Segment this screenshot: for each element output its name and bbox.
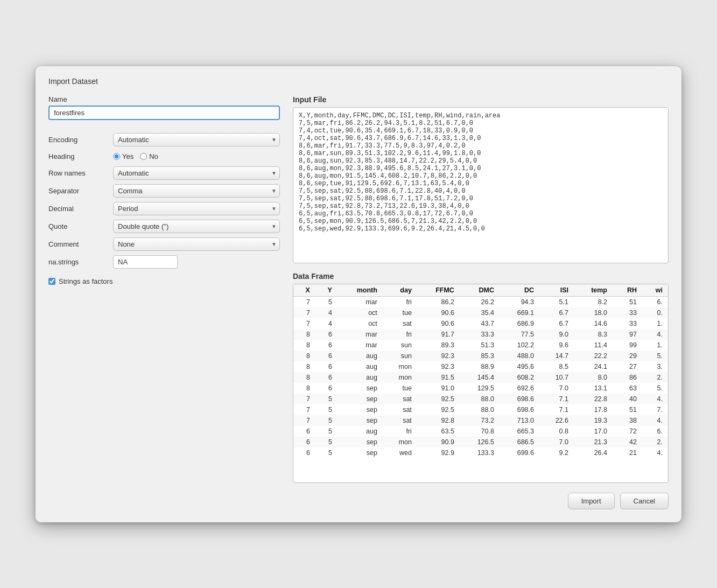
table-cell: 90.6 bbox=[417, 318, 460, 329]
name-label: Name bbox=[48, 95, 280, 103]
heading-no-label[interactable]: No bbox=[140, 152, 158, 160]
dialog-body: Name Encoding Automatic UTF-8 Latin-1 ▼ bbox=[48, 95, 669, 483]
table-cell: 6 bbox=[315, 351, 338, 361]
table-cell: 27 bbox=[613, 361, 642, 372]
rownames-control: Automatic Use first column None ▼ bbox=[113, 164, 280, 182]
table-cell: 4 bbox=[315, 318, 338, 329]
table-cell: 4. bbox=[642, 329, 668, 340]
decimal-select[interactable]: Period Comma bbox=[113, 202, 280, 215]
table-cell: 91.5 bbox=[417, 372, 460, 383]
strings-as-factors-row[interactable]: Strings as factors bbox=[48, 277, 280, 285]
encoding-label: Encoding bbox=[48, 132, 113, 148]
table-cell: 33.3 bbox=[460, 329, 500, 340]
table-cell: 92.3 bbox=[417, 351, 460, 361]
table-row: 74octtue90.635.4669.16.718.0330. bbox=[293, 307, 668, 318]
table-cell: 6.7 bbox=[539, 318, 574, 329]
table-cell: 63.5 bbox=[417, 426, 460, 437]
table-cell: 17.8 bbox=[574, 404, 613, 415]
table-cell: 8 bbox=[293, 329, 315, 340]
table-row: 86augsun92.385.3488.014.722.2295. bbox=[293, 351, 668, 361]
table-cell: oct bbox=[338, 307, 383, 318]
table-row: 86marfri91.733.377.59.08.3974. bbox=[293, 329, 668, 340]
table-cell: 7 bbox=[293, 415, 315, 426]
table-cell: 51.3 bbox=[460, 340, 500, 351]
heading-radio-group: Yes No bbox=[113, 152, 280, 160]
rownames-select-wrapper: Automatic Use first column None ▼ bbox=[113, 166, 280, 180]
col-header-temp: temp bbox=[574, 284, 613, 297]
data-table-container[interactable]: X Y month day FFMC DMC DC ISI temp RH wi bbox=[293, 284, 669, 483]
heading-control: Yes No bbox=[113, 150, 280, 163]
table-cell: 6. bbox=[642, 426, 668, 437]
table-cell: 8.0 bbox=[574, 372, 613, 383]
table-cell: 686.9 bbox=[500, 318, 539, 329]
table-cell: 8.3 bbox=[574, 329, 613, 340]
rownames-select[interactable]: Automatic Use first column None bbox=[113, 166, 280, 180]
table-cell: 4. bbox=[642, 447, 668, 458]
input-file-box[interactable]: X,Y,month,day,FFMC,DMC,DC,ISI,temp,RH,wi… bbox=[293, 107, 669, 263]
strings-as-factors-checkbox[interactable] bbox=[48, 278, 55, 285]
table-cell: 9.0 bbox=[539, 329, 574, 340]
table-row: 86augmon92.388.9495.68.524.1273. bbox=[293, 361, 668, 372]
col-header-FFMC: FFMC bbox=[417, 284, 460, 297]
nastrings-input[interactable] bbox=[113, 255, 178, 269]
separator-label: Separator bbox=[48, 183, 113, 199]
table-cell: fri bbox=[383, 426, 417, 437]
table-cell: 29 bbox=[613, 351, 642, 361]
table-row: 75sepsat92.588.0698.67.122.8404. bbox=[293, 394, 668, 404]
quote-select[interactable]: Double quote (") Single quote (') None bbox=[113, 220, 280, 233]
table-cell: 6 bbox=[315, 340, 338, 351]
table-cell: 2. bbox=[642, 372, 668, 383]
table-cell: 10.7 bbox=[539, 372, 574, 383]
table-cell: 126.5 bbox=[460, 437, 500, 447]
data-table: X Y month day FFMC DMC DC ISI temp RH wi bbox=[293, 284, 668, 458]
table-cell: 33 bbox=[613, 307, 642, 318]
table-cell: 88.0 bbox=[460, 394, 500, 404]
table-cell: 686.5 bbox=[500, 437, 539, 447]
table-cell: 97 bbox=[613, 329, 642, 340]
table-cell: sat bbox=[383, 318, 417, 329]
table-cell: 89.3 bbox=[417, 340, 460, 351]
strings-as-factors-label: Strings as factors bbox=[59, 277, 113, 285]
encoding-select[interactable]: Automatic UTF-8 Latin-1 bbox=[113, 133, 280, 146]
table-cell: 7 bbox=[293, 404, 315, 415]
import-dataset-dialog: Import Dataset Name Encoding Automatic U… bbox=[36, 66, 681, 522]
left-panel: Name Encoding Automatic UTF-8 Latin-1 ▼ bbox=[48, 95, 280, 483]
table-cell: 8 bbox=[293, 372, 315, 383]
table-cell: sat bbox=[383, 404, 417, 415]
table-cell: 14.6 bbox=[574, 318, 613, 329]
table-cell: 665.3 bbox=[500, 426, 539, 437]
comment-select[interactable]: None # % bbox=[113, 237, 280, 251]
table-cell: oct bbox=[338, 318, 383, 329]
cancel-button[interactable]: Cancel bbox=[620, 493, 669, 509]
table-cell: sep bbox=[338, 447, 383, 458]
right-panel: Input File X,Y,month,day,FFMC,DMC,DC,ISI… bbox=[293, 95, 669, 483]
heading-yes-radio[interactable] bbox=[113, 153, 120, 160]
table-cell: 85.3 bbox=[460, 351, 500, 361]
table-cell: tue bbox=[383, 307, 417, 318]
import-button[interactable]: Import bbox=[568, 493, 615, 509]
table-cell: 7.0 bbox=[539, 383, 574, 394]
table-cell: 77.5 bbox=[500, 329, 539, 340]
table-cell: 51 bbox=[613, 296, 642, 307]
name-input[interactable] bbox=[48, 106, 280, 120]
table-cell: 92.5 bbox=[417, 404, 460, 415]
separator-select[interactable]: Comma Tab Space Semicolon Other bbox=[113, 184, 280, 198]
table-cell: 92.5 bbox=[417, 394, 460, 404]
table-cell: sep bbox=[338, 394, 383, 404]
table-cell: 7 bbox=[293, 394, 315, 404]
table-cell: aug bbox=[338, 361, 383, 372]
table-cell: 90.6 bbox=[417, 307, 460, 318]
col-header-RH: RH bbox=[613, 284, 642, 297]
table-row: 75sepsat92.588.0698.67.117.8517. bbox=[293, 404, 668, 415]
table-cell: sat bbox=[383, 394, 417, 404]
comment-label: Comment bbox=[48, 236, 113, 252]
table-cell: 8 bbox=[293, 383, 315, 394]
heading-label: Heading bbox=[48, 149, 113, 164]
heading-yes-label[interactable]: Yes bbox=[113, 152, 133, 160]
table-cell: 26.4 bbox=[574, 447, 613, 458]
table-cell: 33 bbox=[613, 318, 642, 329]
table-cell: 19.3 bbox=[574, 415, 613, 426]
heading-no-radio[interactable] bbox=[140, 153, 147, 160]
table-row: 75marfri86.226.294.35.18.2516. bbox=[293, 296, 668, 307]
dialog-title: Import Dataset bbox=[48, 77, 669, 86]
